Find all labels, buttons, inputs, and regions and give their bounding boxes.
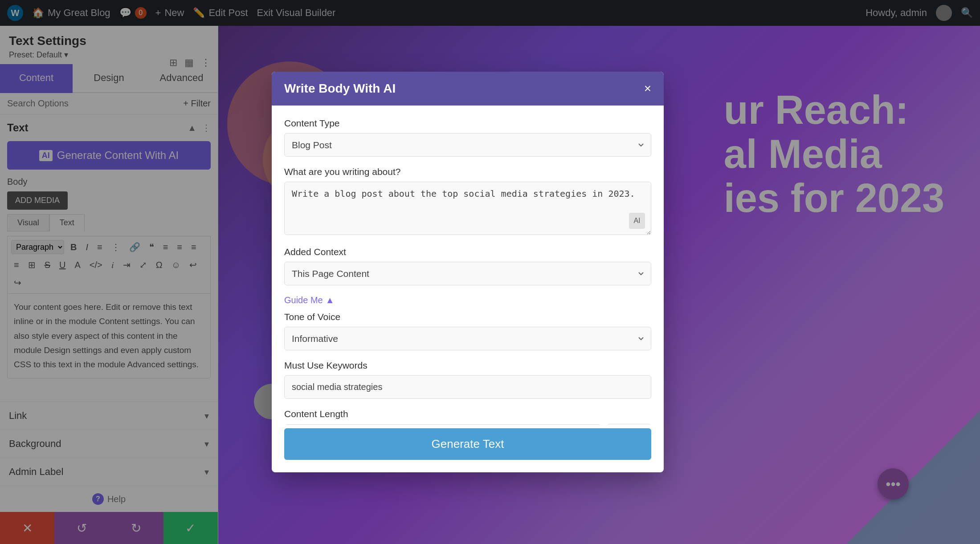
content-length-group: Content Length About Words Characters Se… bbox=[284, 409, 651, 425]
added-context-select[interactable]: This Page Content bbox=[284, 262, 651, 285]
keywords-input[interactable] bbox=[284, 375, 651, 399]
write-body-modal: Write Body With AI × Content Type Blog P… bbox=[272, 72, 664, 472]
generate-text-button[interactable]: Generate Text bbox=[284, 428, 651, 460]
modal-footer: Generate Text bbox=[272, 425, 664, 472]
content-length-label: Content Length bbox=[284, 409, 651, 419]
tone-label: Tone of Voice bbox=[284, 312, 651, 322]
modal-body: Content Type Blog Post What are you writ… bbox=[272, 106, 664, 425]
added-context-label: Added Context bbox=[284, 247, 651, 257]
modal-close-button[interactable]: × bbox=[644, 81, 651, 96]
keywords-group: Must Use Keywords bbox=[284, 360, 651, 399]
content-type-select[interactable]: Blog Post bbox=[284, 133, 651, 157]
keywords-label: Must Use Keywords bbox=[284, 360, 651, 371]
tone-group: Tone of Voice Informative bbox=[284, 312, 651, 350]
tone-select[interactable]: Informative bbox=[284, 327, 651, 350]
writing-prompt-textarea[interactable]: Write a blog post about the top social m… bbox=[284, 182, 651, 235]
modal-overlay: Write Body With AI × Content Type Blog P… bbox=[0, 0, 980, 544]
about-select[interactable]: About bbox=[284, 424, 601, 425]
guide-me-link[interactable]: Guide Me ▲ bbox=[284, 295, 651, 305]
modal-header: Write Body With AI × bbox=[272, 72, 664, 106]
writing-prompt-label: What are you writing about? bbox=[284, 166, 651, 177]
content-type-label: Content Type bbox=[284, 118, 651, 129]
added-context-group: Added Context This Page Content bbox=[284, 247, 651, 285]
textarea-ai-icon: AI bbox=[629, 213, 645, 229]
content-length-row: About Words Characters Sentences Paragra… bbox=[284, 424, 651, 425]
about-dropdown-wrapper: About Words Characters Sentences Paragra… bbox=[284, 424, 601, 425]
content-type-group: Content Type Blog Post bbox=[284, 118, 651, 157]
textarea-wrapper: Write a blog post about the top social m… bbox=[284, 182, 651, 237]
modal-title: Write Body With AI bbox=[284, 81, 396, 96]
writing-prompt-group: What are you writing about? Write a blog… bbox=[284, 166, 651, 237]
